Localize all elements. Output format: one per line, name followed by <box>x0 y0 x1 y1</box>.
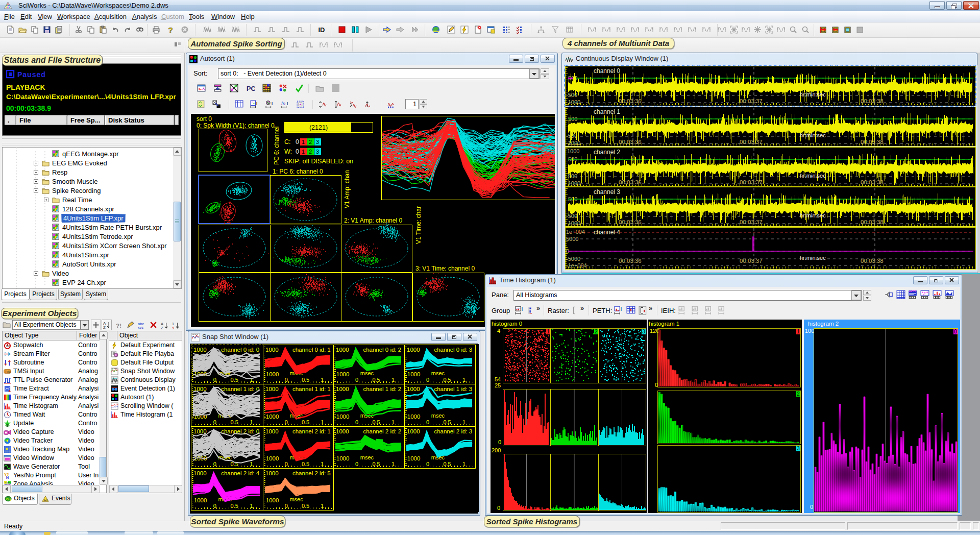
svg-text:1: 1 <box>302 149 305 155</box>
svg-text:channel 2 id: 2: channel 2 id: 2 <box>363 428 401 434</box>
svg-text:msec: msec <box>431 370 445 376</box>
svg-text:3: 3 <box>316 149 319 155</box>
svg-text:0: 0 <box>426 461 429 467</box>
svg-text:1: 1 <box>250 461 253 467</box>
svg-text:9: 9 <box>172 326 174 329</box>
svg-text:0: 0 <box>810 504 813 510</box>
svg-text:channel 2 id: 5: channel 2 id: 5 <box>292 470 331 476</box>
svg-text:-1000: -1000 <box>566 180 580 186</box>
svg-text:00:03:37: 00:03:37 <box>740 98 763 104</box>
svg-text:Obj: Obj <box>6 497 11 501</box>
svg-text:1: 1 <box>250 377 253 383</box>
svg-text:channel 2 id: 1: channel 2 id: 1 <box>292 428 331 434</box>
svg-text:1000: 1000 <box>407 347 420 353</box>
svg-text:hr:min:sec: hr:min:sec <box>800 212 826 218</box>
svg-text:sort 0: sort 0 <box>197 115 212 123</box>
svg-text:-1000: -1000 <box>566 220 580 226</box>
svg-text:hr:min:sec: hr:min:sec <box>800 173 826 179</box>
svg-text:msec: msec <box>360 454 374 460</box>
svg-text:00:03:36: 00:03:36 <box>619 258 642 264</box>
svg-text:histogram 2: histogram 2 <box>808 321 839 327</box>
svg-text:-5000: -5000 <box>566 256 580 262</box>
svg-text:0.5: 0.5 <box>443 377 451 383</box>
svg-text:25: 25 <box>495 382 501 388</box>
svg-text:1000: 1000 <box>336 386 349 392</box>
svg-text:Ev: Ev <box>44 498 48 501</box>
svg-text:1000: 1000 <box>265 386 279 392</box>
svg-text:Z: Z <box>161 326 163 329</box>
svg-text:fn: fn <box>281 101 285 106</box>
svg-text:SKIP: off DISABLED: on: SKIP: off DISABLED: on <box>284 158 353 165</box>
svg-text:1000: 1000 <box>407 386 420 392</box>
svg-text:1000: 1000 <box>336 347 349 353</box>
svg-text:0: Spk Width (V1): channel 0: 0: Spk Width (V1): channel 0 <box>197 122 275 129</box>
svg-text:2: 2 <box>595 329 598 334</box>
svg-text:3: V1 Time: channel 0: 3: V1 Time: channel 0 <box>415 265 475 272</box>
svg-text:1: 1 <box>250 503 253 509</box>
svg-text:-1e+004: -1e+004 <box>566 262 587 269</box>
svg-text:0.5: 0.5 <box>302 419 309 425</box>
svg-text:00:03:38: 00:03:38 <box>861 179 884 185</box>
svg-text:1000: 1000 <box>336 428 349 434</box>
svg-text:1000: 1000 <box>567 148 579 154</box>
svg-text:ID: ID <box>318 26 325 34</box>
svg-text:msec: msec <box>360 370 374 376</box>
svg-text:-1000: -1000 <box>334 414 349 420</box>
svg-text:1000: 1000 <box>193 347 207 353</box>
svg-text:0.5: 0.5 <box>372 419 380 425</box>
svg-text:0.5: 0.5 <box>302 461 309 467</box>
svg-text:I: I <box>620 306 622 312</box>
svg-text:?!: ?! <box>116 322 121 329</box>
svg-text:I: I <box>256 101 258 106</box>
svg-text:00:03:38: 00:03:38 <box>861 219 884 225</box>
svg-text:channel 2: channel 2 <box>594 149 620 156</box>
svg-text:V1 Amp: chan: V1 Amp: chan <box>344 170 351 208</box>
svg-text:PC!: PC! <box>247 85 255 92</box>
svg-text:2: 2 <box>309 139 312 145</box>
svg-text:1: 1 <box>547 329 550 334</box>
svg-text:00:03:36: 00:03:36 <box>619 139 642 145</box>
svg-text:0: 0 <box>285 419 288 425</box>
svg-text:3: 3 <box>797 446 800 451</box>
svg-text:-1000: -1000 <box>405 371 420 377</box>
svg-text:channel 0: channel 0 <box>594 67 620 75</box>
svg-text:2: 2 <box>309 149 312 155</box>
svg-text:5000: 5000 <box>566 236 578 242</box>
svg-text:hr:min:sec: hr:min:sec <box>800 91 826 98</box>
svg-text:hr:min:sec: hr:min:sec <box>800 255 826 261</box>
svg-text:-1000: -1000 <box>566 99 580 105</box>
svg-text:1: 1 <box>462 377 465 383</box>
svg-text:0: 0 <box>498 439 501 445</box>
svg-text:channel 1 id: 2: channel 1 id: 2 <box>363 386 401 392</box>
svg-text:V1 Time: char: V1 Time: char <box>415 206 422 244</box>
svg-text:00:03:37: 00:03:37 <box>740 258 763 264</box>
svg-text:1: 1 <box>462 419 465 425</box>
svg-text:00:03:37: 00:03:37 <box>740 179 763 185</box>
svg-text:channel 1 id: 3: channel 1 id: 3 <box>434 386 472 392</box>
svg-text:N: N <box>6 475 9 479</box>
svg-text:W:: W: <box>284 148 292 155</box>
svg-text:0.5: 0.5 <box>443 461 451 467</box>
svg-text:0: 0 <box>285 461 288 467</box>
svg-text:2: 2 <box>797 391 800 397</box>
svg-text:1: PC 6: channel 0: 1: PC 6: channel 0 <box>273 168 323 175</box>
svg-text:54: 54 <box>495 376 501 382</box>
svg-text:I: I <box>521 306 523 312</box>
svg-text:00:03:38: 00:03:38 <box>861 258 884 264</box>
svg-text:00:03:36: 00:03:36 <box>619 179 642 185</box>
svg-text:00:03:38: 00:03:38 <box>861 98 884 104</box>
svg-text:0.5: 0.5 <box>372 377 380 383</box>
svg-text:1000: 1000 <box>265 470 279 476</box>
svg-text:channel 1: channel 1 <box>594 108 620 115</box>
svg-text:1000: 1000 <box>407 428 420 434</box>
svg-text:0: 0 <box>497 505 500 511</box>
svg-text:0:0: 0:0 <box>6 345 10 348</box>
svg-text:channel 2 id: 0: channel 2 id: 0 <box>221 428 259 434</box>
svg-text:1e+004: 1e+004 <box>566 229 585 235</box>
svg-text:channel 0 id: 1: channel 0 id: 1 <box>292 347 331 353</box>
svg-text:0.5: 0.5 <box>372 461 380 467</box>
svg-text:1: 1 <box>797 329 800 334</box>
svg-text:1: 1 <box>391 419 395 425</box>
svg-text:(2121): (2121) <box>309 124 328 131</box>
svg-text:channel 4: channel 4 <box>594 229 620 236</box>
